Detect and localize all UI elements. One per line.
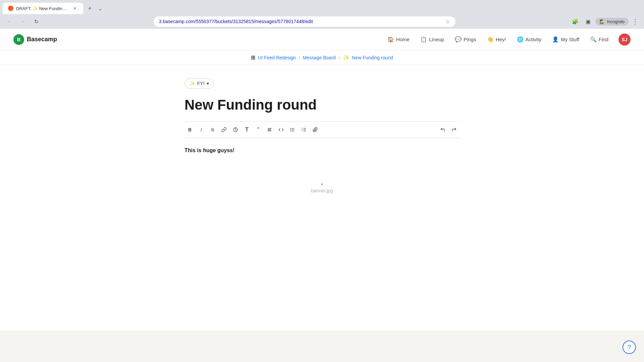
code-button[interactable]: [276, 124, 286, 135]
new-tab-button[interactable]: +: [85, 4, 95, 13]
category-dropdown-icon: ▾: [207, 81, 209, 86]
strikethrough-button[interactable]: S: [207, 124, 218, 135]
tab-title: DRAFT: ✨ New Funding round: [16, 6, 69, 11]
nav-home[interactable]: 🏠 Home: [383, 34, 414, 45]
nav-pings[interactable]: 💬 Pings: [450, 34, 481, 45]
editor-body[interactable]: This is huge guyss! banner.jpg: [184, 146, 460, 247]
nav-mystuff[interactable]: 👤 My Stuff: [547, 34, 584, 45]
image-dot: [321, 183, 323, 185]
forward-button[interactable]: →: [17, 16, 28, 27]
bookmark-icon: ☆: [445, 18, 450, 25]
category-button[interactable]: ✨ FYI ▾: [184, 78, 214, 88]
nav-activity[interactable]: 🌐 Activity: [512, 34, 546, 45]
tab-close-button[interactable]: ✕: [72, 5, 78, 11]
breadcrumb-board[interactable]: Message Board: [303, 55, 336, 60]
incognito-icon: 🕵: [599, 19, 605, 24]
tab-list-button[interactable]: ⌄: [95, 4, 105, 13]
find-icon: 🔍: [590, 36, 597, 43]
logo-text: Basecamp: [27, 36, 57, 43]
italic-button[interactable]: I: [196, 124, 207, 135]
sidebar-button[interactable]: ▣: [583, 16, 593, 27]
user-avatar[interactable]: SJ: [619, 34, 631, 46]
tab-favicon: [8, 6, 13, 11]
nav-find[interactable]: 🔍 Find: [585, 34, 613, 45]
nav-pings-label: Pings: [464, 37, 476, 42]
reload-button[interactable]: ↻: [31, 16, 42, 27]
breadcrumb-project[interactable]: UI Feed Redesign: [258, 55, 296, 60]
breadcrumb: ⊞ UI Feed Redesign › Message Board › ✨ N…: [0, 50, 644, 65]
image-filename: banner.jpg: [311, 188, 333, 193]
editor-toolbar: B I S T " 123: [184, 121, 460, 138]
nav-hey[interactable]: 👋 Hey!: [482, 34, 511, 45]
breadcrumb-current-icon: ✨: [343, 54, 350, 61]
redo-button[interactable]: [449, 124, 460, 135]
main-content: ✨ FYI ▾ New Funding round B I S T ": [178, 65, 466, 260]
nav-lineup[interactable]: 📋 Lineup: [416, 34, 449, 45]
browser-menu-button[interactable]: ⋮: [631, 16, 640, 27]
address-bar[interactable]: 3.basecamp.com/5550377/buckets/31325815/…: [154, 16, 455, 27]
nav-lineup-label: Lineup: [429, 37, 444, 42]
quote-button[interactable]: ": [253, 124, 264, 135]
logo[interactable]: B Basecamp: [13, 34, 57, 45]
breadcrumb-current[interactable]: New Funding round: [352, 55, 393, 60]
nav-mystuff-label: My Stuff: [561, 37, 579, 42]
svg-point-9: [290, 130, 291, 130]
link-button[interactable]: [219, 124, 229, 135]
breadcrumb-sep-1: ›: [299, 55, 300, 60]
activity-icon: 🌐: [517, 36, 524, 43]
incognito-indicator: 🕵 Incognito: [595, 18, 629, 25]
bold-button[interactable]: B: [184, 124, 195, 135]
heading-button[interactable]: T: [241, 124, 252, 135]
pings-icon: 💬: [455, 36, 462, 43]
back-button[interactable]: ←: [4, 16, 15, 27]
svg-point-8: [290, 128, 291, 129]
top-nav: B Basecamp 🏠 Home 📋 Lineup 💬 Pings 👋 Hey…: [0, 29, 644, 50]
active-tab[interactable]: DRAFT: ✨ New Funding round ✕: [3, 3, 83, 14]
highlight-button[interactable]: [230, 124, 241, 135]
nav-hey-label: Hey!: [496, 37, 506, 42]
image-placeholder: banner.jpg: [184, 168, 460, 208]
undo-button[interactable]: [437, 124, 448, 135]
svg-point-10: [290, 131, 291, 131]
post-title[interactable]: New Funding round: [184, 97, 460, 113]
incognito-label: Incognito: [607, 19, 625, 24]
project-grid-icon: ⊞: [251, 54, 255, 61]
svg-text:3: 3: [302, 130, 303, 132]
url-text: 3.basecamp.com/5550377/buckets/31325815/…: [159, 19, 443, 24]
logo-icon: B: [13, 34, 24, 45]
nav-activity-label: Activity: [526, 37, 542, 42]
ordered-list-button[interactable]: 123: [299, 124, 309, 135]
nav-find-label: Find: [599, 37, 608, 42]
breadcrumb-sep-2: ›: [338, 55, 340, 60]
home-icon: 🏠: [387, 36, 394, 43]
help-button[interactable]: ?: [623, 341, 636, 354]
attachment-button[interactable]: [310, 124, 321, 135]
extensions-button[interactable]: 🧩: [570, 16, 581, 27]
mystuff-icon: 👤: [552, 36, 559, 43]
align-button[interactable]: [264, 124, 275, 135]
nav-home-label: Home: [396, 37, 410, 42]
unordered-list-button[interactable]: [287, 124, 298, 135]
nav-links: 🏠 Home 📋 Lineup 💬 Pings 👋 Hey! 🌐 Activit…: [383, 34, 613, 45]
category-label: FYI: [197, 81, 205, 86]
category-icon: ✨: [190, 81, 195, 86]
hey-icon: 👋: [487, 36, 494, 43]
lineup-icon: 📋: [420, 36, 427, 43]
editor-content: This is huge guyss!: [184, 146, 460, 155]
